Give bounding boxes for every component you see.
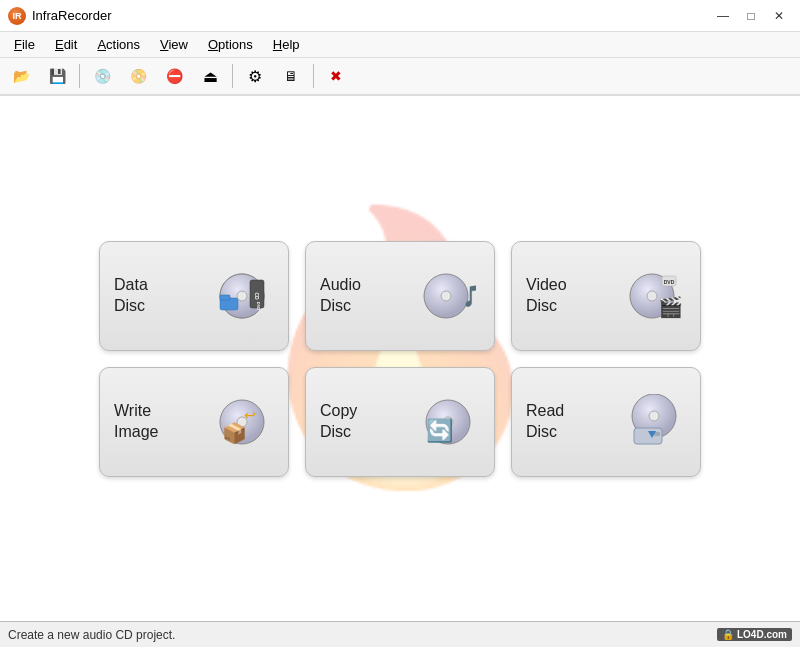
video-disc-label: VideoDisc <box>526 275 567 317</box>
toolbar-open[interactable] <box>4 61 38 91</box>
cd-icon <box>94 67 111 85</box>
audio-disc-label: AudioDisc <box>320 275 361 317</box>
maximize-button[interactable]: □ <box>738 5 764 27</box>
toolbar-separator-2 <box>232 64 233 88</box>
svg-text:CD: CD <box>254 292 260 300</box>
svg-text:↩: ↩ <box>244 407 256 423</box>
toolbar-cdwrite[interactable] <box>121 61 155 91</box>
app-icon: IR <box>8 7 26 25</box>
window-controls: — □ ✕ <box>710 5 792 27</box>
read-disc-button[interactable]: ReadDisc <box>511 367 701 477</box>
toolbar-stop[interactable] <box>157 61 191 91</box>
lo4d-logo-text: LO4D.com <box>737 629 787 640</box>
copy-disc-label: CopyDisc <box>320 401 357 443</box>
toolbar <box>0 58 800 96</box>
toolbar-monitor[interactable] <box>274 61 308 91</box>
data-disc-label: DataDisc <box>114 275 148 317</box>
close-button[interactable]: ✕ <box>766 5 792 27</box>
toolbar-separator-3 <box>313 64 314 88</box>
svg-point-12 <box>647 291 657 301</box>
svg-text:🔄: 🔄 <box>426 417 454 444</box>
svg-point-24 <box>649 411 659 421</box>
minimize-button[interactable]: — <box>710 5 736 27</box>
read-disc-icon <box>622 390 686 454</box>
svg-text:DVD: DVD <box>664 279 675 285</box>
lo4d-logo: 🔒 LO4D.com <box>717 628 792 641</box>
svg-text:📦: 📦 <box>222 421 247 445</box>
status-bar: Create a new audio CD project. 🔒 LO4D.co… <box>0 621 800 647</box>
gear-icon <box>248 67 262 86</box>
menu-bar: File Edit Actions View Options Help <box>0 32 800 58</box>
svg-point-2 <box>237 291 247 301</box>
video-disc-button[interactable]: VideoDisc DVD 🎬 <box>511 241 701 351</box>
copy-disc-icon: 🔄 <box>416 390 480 454</box>
svg-text:DVD: DVD <box>256 301 261 310</box>
toolbar-settings[interactable] <box>238 61 272 91</box>
toolbar-eject[interactable] <box>193 61 227 91</box>
toolbar-save[interactable] <box>40 61 74 91</box>
app-title: InfraRecorder <box>32 8 111 23</box>
buttons-grid: DataDisc CD DVD <box>99 241 701 477</box>
lo4d-logo-icon: 🔒 <box>722 629 734 640</box>
folder-icon <box>13 67 30 85</box>
write-image-button[interactable]: WriteImage 📦 ↩ <box>99 367 289 477</box>
read-disc-label: ReadDisc <box>526 401 564 443</box>
data-disc-icon: CD DVD <box>210 264 274 328</box>
menu-view[interactable]: View <box>150 34 198 55</box>
main-area: 🔥 DataDisc CD DVD <box>0 96 800 621</box>
menu-help[interactable]: Help <box>263 34 310 55</box>
exit-icon <box>330 67 342 85</box>
svg-rect-7 <box>220 295 230 300</box>
menu-edit[interactable]: Edit <box>45 34 87 55</box>
menu-actions[interactable]: Actions <box>87 34 150 55</box>
write-image-label: WriteImage <box>114 401 158 443</box>
save-icon <box>49 67 66 85</box>
toolbar-separator-1 <box>79 64 80 88</box>
eject-icon <box>203 67 218 86</box>
cdwrite-icon <box>130 67 147 85</box>
monitor-icon <box>284 67 298 85</box>
data-disc-button[interactable]: DataDisc CD DVD <box>99 241 289 351</box>
svg-text:🎬: 🎬 <box>658 295 682 319</box>
copy-disc-button[interactable]: CopyDisc 🔄 <box>305 367 495 477</box>
title-bar: IR InfraRecorder — □ ✕ <box>0 0 800 32</box>
toolbar-exit[interactable] <box>319 61 353 91</box>
menu-options[interactable]: Options <box>198 34 263 55</box>
audio-disc-button[interactable]: AudioDisc 🎵 <box>305 241 495 351</box>
svg-text:🎵: 🎵 <box>462 282 476 309</box>
menu-file[interactable]: File <box>4 34 45 55</box>
toolbar-cd[interactable] <box>85 61 119 91</box>
write-image-icon: 📦 ↩ <box>210 390 274 454</box>
status-text: Create a new audio CD project. <box>8 628 175 642</box>
svg-point-9 <box>441 291 451 301</box>
audio-disc-icon: 🎵 <box>416 264 480 328</box>
stop-icon <box>166 67 183 85</box>
video-disc-icon: DVD 🎬 <box>622 264 686 328</box>
